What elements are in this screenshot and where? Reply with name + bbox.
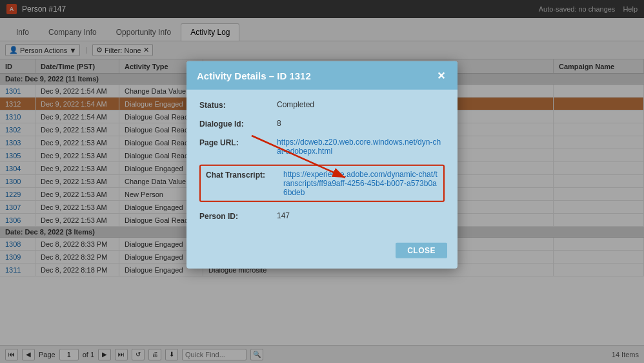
page-url-row: Page URL: https://dcweb.z20.web.core.win… [199,138,445,156]
person-id-value: 147 [277,211,445,220]
status-label: Status: [199,100,277,110]
status-value: Completed [277,100,445,109]
modal-close-button[interactable]: ✕ [434,69,447,82]
status-row: Status: Completed [199,100,445,110]
chat-transcript-inner-row: Chat Transcript: https://experience.adob… [206,170,438,197]
modal-title: Activity Details – ID 1312 [197,70,311,81]
close-button[interactable]: CLOSE [396,243,447,258]
page-url-value[interactable]: https://dcweb.z20.web.core.windows.net/d… [277,138,445,156]
dialogue-id-value: 8 [277,119,445,128]
chat-transcript-value[interactable]: https://experience.adobe.com/dynamic-cha… [283,170,438,197]
page-url-label: Page URL: [199,138,277,147]
dialogue-id-label: Dialogue Id: [199,119,277,129]
chat-transcript-row: Chat Transcript: https://experience.adob… [199,165,445,202]
modal-body: Status: Completed Dialogue Id: 8 Page UR… [186,90,458,240]
modal-header: Activity Details – ID 1312 ✕ [186,61,458,90]
modal-footer: CLOSE [186,240,458,262]
dialogue-id-row: Dialogue Id: 8 [199,119,445,129]
person-id-label: Person ID: [199,211,277,221]
activity-details-modal: Activity Details – ID 1312 ✕ Status: Com… [186,61,458,269]
person-id-row: Person ID: 147 [199,211,445,221]
chat-transcript-label: Chat Transcript: [206,170,283,180]
